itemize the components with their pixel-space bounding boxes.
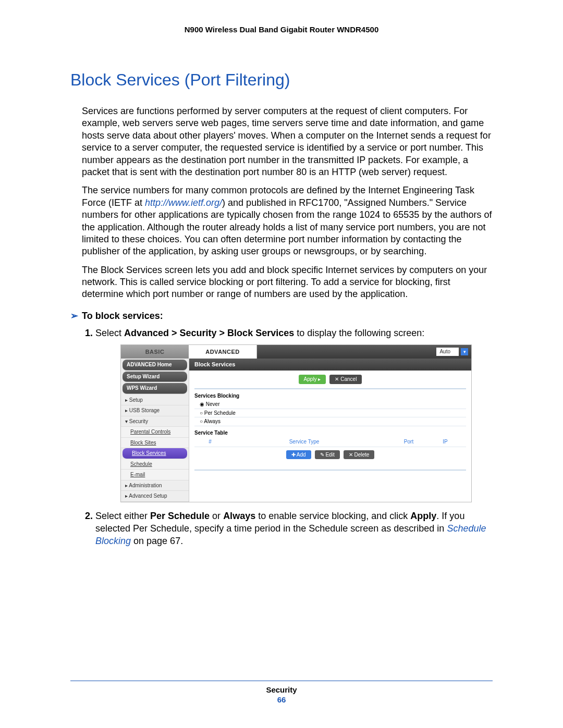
step-2: Select either Per Schedule or Always to … bbox=[95, 510, 493, 548]
col-service-type: Service Type bbox=[221, 438, 388, 446]
service-table-label: Service Table bbox=[189, 426, 471, 438]
col-number: # bbox=[200, 438, 221, 446]
radio-always[interactable]: ○ Always bbox=[194, 417, 466, 426]
step2-d: Always bbox=[223, 511, 255, 521]
step2-a: Select either bbox=[95, 511, 150, 521]
section-title: Block Services (Port Filtering) bbox=[70, 70, 493, 90]
procedure-title: To block services: bbox=[82, 311, 163, 321]
tab-advanced[interactable]: ADVANCED bbox=[189, 345, 257, 359]
service-table-header: # Service Type Port IP bbox=[194, 437, 466, 447]
radio-per-schedule[interactable]: ○ Per Schedule bbox=[194, 409, 466, 418]
step2-e: to enable service blocking, and click bbox=[255, 511, 410, 521]
footer-section: Security bbox=[70, 685, 493, 694]
sidebar-block-sites[interactable]: Block Sites bbox=[121, 438, 189, 449]
radio-never[interactable]: ◉ Never bbox=[194, 400, 466, 409]
radio-always-label: Always bbox=[204, 418, 221, 424]
refresh-auto-label: Auto bbox=[436, 348, 459, 356]
footer-page-number: 66 bbox=[70, 695, 493, 704]
apply-button[interactable]: Apply ▸ bbox=[299, 375, 326, 384]
step2-h: on page 67. bbox=[131, 536, 183, 546]
services-blocking-label: Services Blocking bbox=[189, 389, 471, 401]
add-button[interactable]: ✚ Add bbox=[286, 450, 311, 460]
step1-post: to display the following screen: bbox=[294, 328, 424, 338]
sidebar-block-services[interactable]: Block Services bbox=[123, 448, 187, 459]
tab-basic[interactable]: BASIC bbox=[121, 345, 189, 359]
page-footer: Security 66 bbox=[70, 681, 493, 704]
intro-para-2: The service numbers for many common prot… bbox=[82, 184, 493, 257]
sidebar-schedule[interactable]: Schedule bbox=[121, 459, 189, 470]
router-sidebar: ADVANCED Home Setup Wizard WPS Wizard ▸ … bbox=[121, 359, 189, 502]
edit-button[interactable]: ✎ Edit bbox=[315, 450, 340, 460]
step-1: Select Advanced > Security > Block Servi… bbox=[95, 327, 493, 502]
step2-c: or bbox=[210, 511, 223, 521]
sidebar-setup-wizard[interactable]: Setup Wizard bbox=[123, 372, 187, 382]
procedure-heading: ➢To block services: bbox=[70, 310, 493, 322]
panel-title: Block Services bbox=[189, 359, 471, 371]
sidebar-setup[interactable]: ▸ Setup bbox=[121, 395, 189, 406]
doc-header: N900 Wireless Dual Band Gigabit Router W… bbox=[70, 25, 493, 34]
sidebar-parental-controls[interactable]: Parental Controls bbox=[121, 427, 189, 438]
sidebar-administration[interactable]: ▸ Administration bbox=[121, 480, 189, 491]
col-port: Port bbox=[388, 438, 430, 446]
step2-b: Per Schedule bbox=[150, 511, 210, 521]
radio-never-label: Never bbox=[206, 401, 220, 407]
cancel-button[interactable]: ✕ Cancel bbox=[329, 375, 362, 384]
arrow-icon: ➢ bbox=[70, 310, 82, 322]
col-ip: IP bbox=[430, 438, 461, 446]
step1-pre: Select bbox=[95, 328, 124, 338]
step2-f: Apply bbox=[410, 511, 436, 521]
refresh-dropdown-icon[interactable]: ▾ bbox=[461, 348, 468, 355]
sidebar-security[interactable]: ▾ Security bbox=[121, 416, 189, 427]
intro-para-3: The Block Services screen lets you add a… bbox=[82, 264, 493, 301]
intro-para-1: Services are functions performed by serv… bbox=[82, 105, 493, 178]
sidebar-usb-storage[interactable]: ▸ USB Storage bbox=[121, 405, 189, 416]
delete-button[interactable]: ✕ Delete bbox=[344, 450, 375, 460]
sidebar-advanced-setup[interactable]: ▸ Advanced Setup bbox=[121, 491, 189, 502]
sidebar-advanced-home[interactable]: ADVANCED Home bbox=[123, 360, 187, 371]
sidebar-wps-wizard[interactable]: WPS Wizard bbox=[123, 383, 187, 394]
step1-path: Advanced > Security > Block Services bbox=[124, 328, 294, 338]
sidebar-email[interactable]: E-mail bbox=[121, 470, 189, 480]
ietf-link[interactable]: http://www.ietf.org/ bbox=[145, 198, 222, 208]
router-ui-screenshot: BASIC ADVANCED Auto ▾ ADVANCED Home Setu… bbox=[120, 344, 472, 502]
radio-per-schedule-label: Per Schedule bbox=[204, 410, 236, 416]
